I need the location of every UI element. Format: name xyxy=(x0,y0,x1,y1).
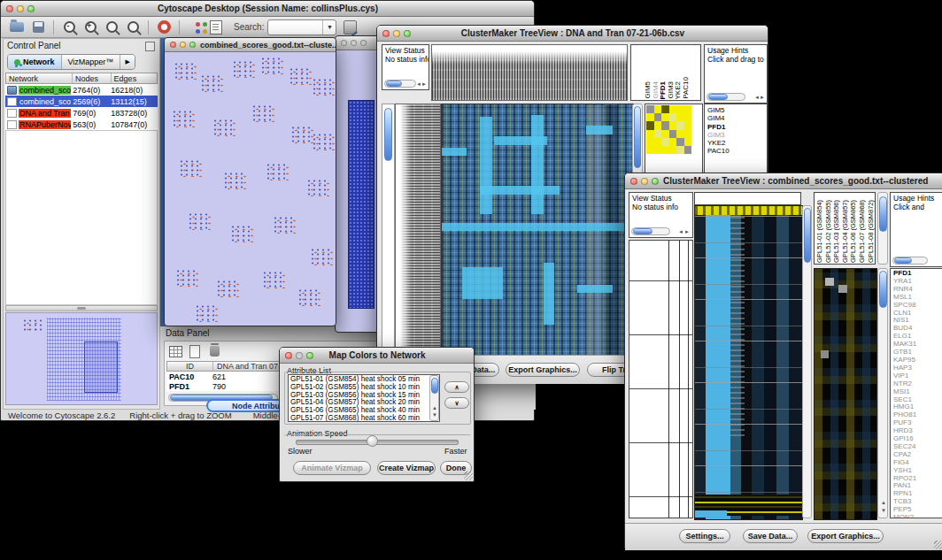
tv2-heatmap-vscrollbar[interactable] xyxy=(802,205,812,518)
zoom-in-icon[interactable] xyxy=(81,19,100,36)
row-label[interactable]: GIM3 xyxy=(707,131,764,139)
scroll-up-icon[interactable]: ▲ xyxy=(432,405,437,410)
treeview1-title-bar[interactable]: ClusterMaker TreeView : DNA and Tran 07-… xyxy=(377,26,768,42)
column-label[interactable]: GPL51-07 (GSM868) xyxy=(858,200,867,263)
close-icon[interactable] xyxy=(630,178,637,185)
tab-vizmapper[interactable]: VizMapper™ xyxy=(61,55,120,69)
create-vizmap-button[interactable]: Create Vizmap xyxy=(377,461,436,475)
column-label[interactable]: GPL51-03 (GSM856) xyxy=(832,200,841,263)
tv2-gene-dendrogram[interactable] xyxy=(629,240,693,518)
new-attribute-icon[interactable] xyxy=(188,344,202,358)
network-list-background[interactable] xyxy=(5,130,158,305)
splitter-knob[interactable] xyxy=(77,307,86,310)
close-icon[interactable] xyxy=(341,40,347,46)
minimize-icon[interactable] xyxy=(641,178,648,185)
thumbnail-viewport-rect[interactable] xyxy=(84,341,118,393)
tv2-zoom-heatmap[interactable] xyxy=(814,268,877,520)
attribute-list-vscrollbar[interactable]: ▲ ▼ xyxy=(429,375,439,421)
tv1-gene-scrollbar[interactable] xyxy=(384,108,392,161)
scroll-down-icon[interactable]: ▼ xyxy=(432,412,437,418)
tv2-status-scrollbar[interactable] xyxy=(631,227,670,235)
zoom-fit-icon[interactable] xyxy=(123,19,143,36)
column-label[interactable]: GPL51-08 (GSM872) xyxy=(867,200,876,263)
zoom-window-icon[interactable] xyxy=(189,42,196,48)
network-list-row[interactable]: combined_sco 2569(6) 13112(15) xyxy=(5,96,158,107)
column-label[interactable]: GPL51-02 (GSM855) xyxy=(824,200,833,263)
minimize-icon[interactable] xyxy=(296,352,303,359)
animate-vizmap-button[interactable]: Animate Vizmap xyxy=(293,461,371,475)
chevron-down-icon[interactable]: ▼ xyxy=(322,20,336,35)
tab-network[interactable]: Network xyxy=(8,55,61,69)
zoom-out-icon[interactable] xyxy=(59,19,79,36)
treeview2-title-bar[interactable]: ClusterMaker TreeView : combined_scores_… xyxy=(625,173,942,189)
row-label[interactable]: YKE2 xyxy=(707,139,764,147)
minimize-icon[interactable] xyxy=(393,30,400,37)
zoom-window-icon[interactable] xyxy=(652,178,659,185)
export-graphics-button[interactable]: Export Graphics... xyxy=(807,529,884,543)
tv1-main-heatmap[interactable] xyxy=(441,104,634,357)
float-panel-icon[interactable] xyxy=(145,42,155,51)
network-list-row[interactable]: DNA and Tran 07 769(0) 183728(0) xyxy=(5,107,158,119)
close-icon[interactable] xyxy=(382,30,390,37)
tv1-gene-dendrogram[interactable] xyxy=(395,104,441,355)
animation-speed-thumb[interactable] xyxy=(367,435,378,447)
network-table-header[interactable]: Network Nodes Edges xyxy=(5,73,158,84)
network-view-title-bar[interactable]: combined_scores_good.txt--cluste... xyxy=(165,38,336,52)
zoom-window-icon[interactable] xyxy=(27,5,35,12)
network-canvas[interactable] xyxy=(165,51,336,326)
help-lifesaver-icon[interactable] xyxy=(154,19,174,36)
zoom-window-icon[interactable] xyxy=(306,352,313,359)
annotation-icon[interactable] xyxy=(206,19,226,36)
save-icon[interactable] xyxy=(28,19,48,36)
move-down-button[interactable]: ∨ xyxy=(444,397,469,409)
scroll-right-icon[interactable]: ► xyxy=(760,95,765,100)
minimize-icon[interactable] xyxy=(17,5,24,12)
settings-button[interactable]: Settings... xyxy=(679,529,730,543)
row-label[interactable]: PFD1 xyxy=(707,123,764,131)
resize-grip-icon[interactable] xyxy=(464,472,473,480)
vizmapper-icon[interactable] xyxy=(185,19,205,36)
column-label[interactable]: PAC10 xyxy=(683,77,691,99)
scroll-right-icon[interactable]: ► xyxy=(421,81,427,87)
column-label[interactable]: GPL51-04 (GSM857) xyxy=(841,200,850,263)
import-icon[interactable] xyxy=(340,19,359,36)
column-label[interactable]: GPL51-06 (GSM865) xyxy=(849,200,858,263)
tv1-column-dendrogram[interactable] xyxy=(431,44,628,101)
scroll-right-icon[interactable]: ► xyxy=(684,229,690,234)
scroll-down-icon[interactable]: ▼ xyxy=(881,508,886,513)
attribute-table-icon[interactable] xyxy=(168,344,182,358)
column-label[interactable]: GPL51-01 (GSM854) xyxy=(815,200,824,263)
row-label[interactable]: PAC10 xyxy=(707,147,764,155)
open-icon[interactable] xyxy=(7,19,27,36)
delete-attribute-icon[interactable] xyxy=(207,344,221,358)
tv2-gene-scrollbar[interactable]: ▲ ▼ xyxy=(877,268,888,518)
tv2-usage-scrollbar[interactable] xyxy=(892,257,928,265)
resize-grip-icon[interactable] xyxy=(934,541,942,549)
close-icon[interactable] xyxy=(6,5,13,12)
tv1-zoom-heatmap[interactable] xyxy=(646,105,691,154)
tv1-status-scrollbar[interactable] xyxy=(384,80,416,88)
dense-network-cluster[interactable] xyxy=(348,100,374,309)
tv1-usage-scrollbar[interactable] xyxy=(706,93,745,101)
scroll-up-icon[interactable]: ▲ xyxy=(881,500,886,505)
zoom-selected-icon[interactable] xyxy=(102,19,121,36)
network-list-row[interactable]: combined_scores 2764(0) 16218(0) xyxy=(5,84,158,96)
move-up-button[interactable]: ∧ xyxy=(444,381,469,393)
search-input[interactable]: ▼ xyxy=(267,19,336,35)
row-label[interactable]: GIM4 xyxy=(707,114,764,122)
tv2-main-heatmap[interactable] xyxy=(694,205,803,520)
attribute-list[interactable]: GPL51-01 (GSM854) heat shock 05 minGPL51… xyxy=(288,374,440,422)
tv2-collabel-scrollbar[interactable] xyxy=(877,192,888,265)
panel-splitter[interactable] xyxy=(5,305,158,311)
export-graphics-button[interactable]: Export Graphics... xyxy=(506,363,580,377)
tab-overflow-arrow[interactable]: ▶ xyxy=(120,55,134,69)
close-icon[interactable] xyxy=(285,352,292,359)
network-overview-thumbnail[interactable] xyxy=(5,312,158,405)
minimize-icon[interactable] xyxy=(351,40,357,46)
attribute-list-item[interactable]: GPL51-07 (GSM868) heat shock 60 min xyxy=(290,415,437,422)
minimize-icon[interactable] xyxy=(180,42,186,48)
main-title-bar[interactable]: Cytoscape Desktop (Session Name: collins… xyxy=(1,1,534,17)
gene-label[interactable]: MON2 xyxy=(893,514,941,518)
row-label[interactable]: GIM5 xyxy=(707,106,764,114)
network-list-row[interactable]: RNAPuberNov2+ 563(0) 107847(0) xyxy=(5,119,158,130)
